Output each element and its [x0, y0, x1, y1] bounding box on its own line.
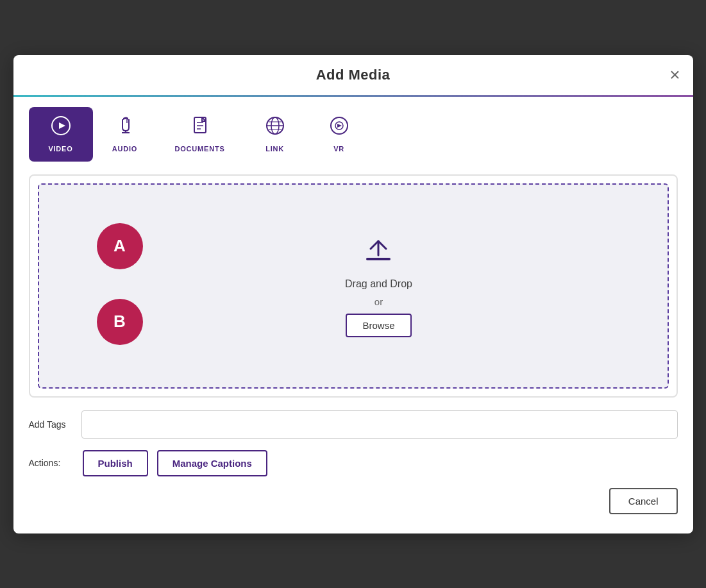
tab-vr-label: VR: [333, 145, 344, 153]
cancel-button[interactable]: Cancel: [609, 488, 678, 514]
add-tags-label: Add Tags: [29, 419, 74, 430]
footer-row: Cancel: [29, 488, 678, 521]
modal-overlay: Add Media × VIDEO: [0, 0, 706, 588]
tab-vr[interactable]: VR: [307, 107, 371, 162]
manage-captions-button[interactable]: Manage Captions: [157, 450, 267, 476]
browse-button[interactable]: Browse: [346, 314, 411, 337]
actions-row: Actions: Publish Manage Captions: [29, 450, 678, 476]
add-media-modal: Add Media × VIDEO: [13, 55, 693, 533]
link-icon: [264, 115, 286, 141]
or-text: or: [374, 296, 383, 307]
badge-b: B: [97, 299, 143, 345]
svg-rect-8: [366, 258, 391, 260]
modal-header: Add Media ×: [13, 55, 693, 97]
tab-link[interactable]: LINK: [243, 107, 307, 162]
video-icon: [50, 115, 72, 141]
tabs-container: VIDEO AUDIO: [13, 97, 693, 162]
tab-audio[interactable]: AUDIO: [93, 107, 157, 162]
tab-audio-label: AUDIO: [112, 145, 137, 153]
add-tags-row: Add Tags: [29, 410, 678, 439]
upload-icon: [361, 235, 396, 272]
badge-a: A: [97, 223, 143, 269]
documents-icon: [189, 115, 211, 141]
publish-button[interactable]: Publish: [83, 450, 148, 476]
tab-video-label: VIDEO: [48, 145, 72, 153]
add-tags-input[interactable]: [81, 410, 678, 439]
modal-title: Add Media: [316, 67, 391, 83]
actions-label: Actions:: [29, 458, 74, 468]
tab-link-label: LINK: [265, 145, 284, 153]
dropzone[interactable]: A B: [38, 183, 669, 389]
tab-documents-label: DOCUMENTS: [175, 145, 225, 153]
dropzone-main-content: Drag and Drop or Browse: [345, 235, 412, 337]
dropzone-outer: A B: [29, 174, 678, 398]
tab-documents[interactable]: DOCUMENTS: [157, 107, 243, 162]
drag-drop-text: Drag and Drop: [345, 278, 412, 290]
modal-body: A B: [13, 162, 693, 533]
audio-icon: [114, 115, 136, 141]
vr-icon: [328, 115, 350, 141]
close-button[interactable]: ×: [669, 66, 680, 84]
tab-video[interactable]: VIDEO: [29, 107, 93, 162]
svg-marker-7: [337, 124, 342, 128]
svg-marker-1: [59, 122, 65, 129]
